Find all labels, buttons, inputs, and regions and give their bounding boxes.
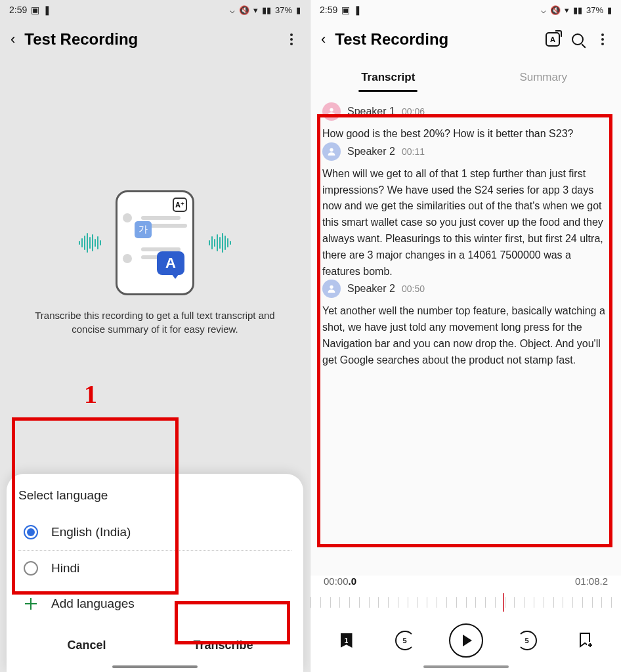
speaker-name: Speaker 1 [347, 106, 395, 117]
status-time: 2:59 [9, 5, 27, 15]
player: 00:00.0 01:08.2 1 5 [310, 576, 621, 672]
skip-forward-icon: 5 [517, 631, 537, 650]
bluetooth-icon: ⌵ [541, 5, 546, 15]
skip-forward-button[interactable]: 5 [513, 626, 542, 655]
mute-icon: 🔇 [239, 5, 249, 15]
status-image-icon: ▣ [341, 5, 350, 15]
transcript-segment: Speaker 2 00:11 When will we get to all … [322, 142, 609, 280]
illustration-area: A⁺ 가 A Transcribe this recording to get … [0, 190, 310, 336]
language-sheet: Select language English (India) Hindi Ad… [7, 474, 303, 672]
play-icon [463, 635, 472, 646]
add-lang-label: Add languages [51, 597, 135, 611]
avatar-icon [322, 280, 341, 298]
lang-option-hindi[interactable]: Hindi [18, 551, 291, 586]
korean-char-icon: 가 [135, 221, 152, 238]
sheet-title: Select language [18, 488, 291, 503]
time-total: 01:08.2 [575, 576, 608, 587]
more-icon [290, 33, 293, 45]
battery-pct: 37% [275, 5, 292, 15]
bookmark-add-button[interactable] [571, 626, 600, 655]
tab-summary[interactable]: Summary [466, 64, 622, 91]
header-right: ‹ Test Recording A [310, 20, 621, 59]
signal-icon: ▮▮ [573, 5, 582, 15]
phone-right: 2:59 ▣ ❚ ⌵ 🔇 ▾ ▮▮ 37% ▮ ‹ Test Recording… [310, 0, 621, 672]
wifi-icon: ▾ [253, 5, 258, 15]
transcribe-button[interactable]: Transcribe [155, 628, 291, 663]
translate-button[interactable]: A [545, 32, 561, 47]
more-button[interactable] [595, 32, 610, 47]
transcript-area: Speaker 1 00:06 How good is the best 20%… [310, 91, 621, 374]
utterance-text[interactable]: Yet another well the number top feature,… [322, 303, 609, 368]
mute-icon: 🔇 [550, 5, 561, 15]
radio-selected-icon [24, 525, 38, 539]
playhead[interactable] [503, 593, 504, 612]
radio-unselected-icon [24, 561, 38, 576]
avatar-icon [322, 102, 341, 121]
lang-label: Hindi [51, 561, 79, 576]
skip-back-button[interactable]: 5 [391, 626, 419, 655]
phone-graphic: A⁺ 가 A [116, 190, 194, 295]
tab-bar: Transcript Summary [310, 59, 621, 91]
annotation-number-1: 1 [84, 379, 97, 410]
transcribe-description: Transcribe this recording to get a full … [13, 308, 297, 336]
transcribe-illustration: A⁺ 가 A [83, 190, 227, 295]
translate-icon: A [546, 32, 560, 47]
wave-left-icon [79, 233, 101, 253]
add-languages-row[interactable]: Add languages [18, 586, 291, 621]
utterance-text[interactable]: When will we get to all of that 1 step f… [322, 166, 609, 280]
bluetooth-icon: ⌵ [230, 5, 235, 15]
plus-icon [24, 597, 38, 611]
status-bar: 2:59 ▣ ❚ ⌵ 🔇 ▾ ▮▮ 37% ▮ [0, 0, 310, 20]
cancel-button[interactable]: Cancel [18, 628, 155, 663]
svg-point-2 [330, 285, 333, 289]
time-bar: 00:00.0 01:08.2 [310, 576, 621, 587]
svg-point-0 [330, 108, 333, 112]
wifi-icon: ▾ [565, 5, 569, 15]
player-controls: 1 5 5 [310, 618, 621, 672]
more-icon [601, 33, 604, 45]
transcript-segment: Speaker 2 00:50 Yet another well the num… [322, 280, 609, 368]
status-time: 2:59 [320, 5, 337, 15]
lang-label: English (India) [51, 525, 131, 539]
transcript-segment: Speaker 1 00:06 How good is the best 20%… [322, 102, 609, 142]
battery-icon: ▮ [296, 5, 301, 15]
bookmark-icon: 1 [341, 633, 353, 648]
avatar-icon [322, 142, 341, 161]
gesture-bar [112, 665, 198, 668]
battery-pct: 37% [586, 5, 603, 15]
status-bulb-icon: ❚ [43, 5, 51, 15]
speaker-time: 00:50 [402, 284, 425, 294]
back-button[interactable]: ‹ [11, 31, 15, 48]
play-button[interactable] [449, 623, 483, 658]
status-bar: 2:59 ▣ ❚ ⌵ 🔇 ▾ ▮▮ 37% ▮ [310, 0, 621, 20]
latin-char-icon: A [157, 251, 184, 275]
svg-point-1 [330, 148, 333, 151]
status-image-icon: ▣ [31, 5, 39, 15]
utterance-text[interactable]: How good is the best 20%? How is it bett… [322, 126, 609, 142]
search-button[interactable] [570, 32, 586, 47]
speaker-time: 00:11 [402, 146, 425, 157]
timeline-ticks [310, 597, 621, 608]
signal-icon: ▮▮ [262, 5, 271, 15]
time-current: 00:00.0 [324, 576, 356, 587]
bookmark-button[interactable]: 1 [332, 626, 361, 655]
status-bulb-icon: ❚ [354, 5, 362, 15]
page-title: Test Recording [24, 30, 274, 49]
wave-right-icon [209, 233, 231, 253]
battery-icon: ▮ [607, 5, 612, 15]
speaker-time: 00:06 [402, 106, 425, 117]
page-title: Test Recording [335, 30, 536, 49]
speaker-name: Speaker 2 [347, 146, 395, 158]
skip-back-icon: 5 [395, 631, 415, 650]
bookmark-add-icon [578, 632, 593, 649]
sheet-button-row: Cancel Transcribe [18, 628, 291, 663]
header-left: ‹ Test Recording [0, 20, 310, 59]
translate-badge-icon: A⁺ [173, 198, 187, 212]
phone-left: 2:59 ▣ ❚ ⌵ 🔇 ▾ ▮▮ 37% ▮ ‹ Test Recording [0, 0, 310, 672]
more-button[interactable] [284, 32, 299, 47]
gesture-bar [423, 665, 509, 668]
tab-transcript[interactable]: Transcript [310, 64, 466, 91]
lang-option-english[interactable]: English (India) [18, 514, 291, 551]
timeline[interactable] [310, 591, 621, 614]
back-button[interactable]: ‹ [321, 31, 326, 48]
